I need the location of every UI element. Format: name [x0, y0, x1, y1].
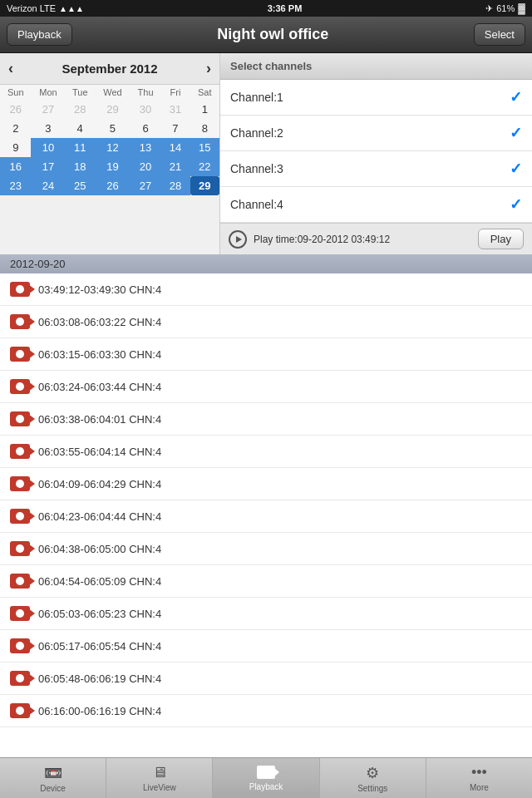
- calendar-day[interactable]: 26: [95, 176, 131, 195]
- dvr-icon: 📼: [44, 764, 62, 782]
- calendar-day[interactable]: 2: [0, 119, 31, 138]
- calendar-day[interactable]: 27: [31, 100, 65, 119]
- calendar-day[interactable]: 10: [31, 138, 65, 157]
- calendar-day[interactable]: 8: [190, 119, 219, 138]
- channels-panel: Select channels Channel:1 ✓Channel:2 ✓Ch…: [220, 53, 532, 254]
- channel-item-4[interactable]: Channel:4 ✓: [220, 187, 532, 223]
- select-button[interactable]: Select: [474, 23, 525, 46]
- recording-icon: [10, 671, 30, 686]
- tab-more[interactable]: ••• More: [426, 758, 532, 798]
- calendar-day[interactable]: 6: [131, 119, 160, 138]
- calendar-day[interactable]: 13: [131, 138, 160, 157]
- calendar-day[interactable]: 17: [31, 157, 65, 176]
- recording-icon: [10, 509, 30, 524]
- calendar-week-2: 9101112131415: [0, 138, 219, 157]
- recording-time: 06:16:00-06:16:19 CHN:4: [38, 705, 161, 717]
- calendar-day[interactable]: 26: [0, 100, 31, 119]
- tab-settings-label: Settings: [357, 784, 387, 793]
- calendar-week-1: 2345678: [0, 119, 219, 138]
- channel-label: Channel:4: [230, 198, 283, 211]
- calendar-day[interactable]: 30: [131, 100, 160, 119]
- tab-playback-label: Playback: [249, 782, 283, 791]
- battery-info: ✈ 61% ▓: [485, 2, 525, 14]
- calendar-day[interactable]: 15: [190, 138, 219, 157]
- calendar-day[interactable]: 7: [160, 119, 190, 138]
- calendar-day[interactable]: 27: [131, 176, 160, 195]
- recording-item[interactable]: 06:04:38-06:05:00 CHN:4: [0, 533, 532, 565]
- recording-icon-circle: [16, 544, 24, 553]
- next-month-button[interactable]: ›: [206, 60, 211, 77]
- calendar-panel: ‹ September 2012 › Sun Mon Tue Wed Thu F…: [0, 53, 220, 254]
- recording-item[interactable]: 06:04:23-06:04:44 CHN:4: [0, 500, 532, 533]
- recording-item[interactable]: 06:05:03-06:05:23 CHN:4: [0, 598, 532, 630]
- bluetooth-icon: ✈: [485, 3, 493, 14]
- calendar-day[interactable]: 9: [0, 138, 31, 157]
- calendar-day[interactable]: 14: [160, 138, 190, 157]
- recording-time: 06:03:55-06:04:14 CHN:4: [38, 446, 161, 458]
- recording-item[interactable]: 06:04:54-06:05:09 CHN:4: [0, 565, 532, 598]
- tab-bar: 📼 Device 🖥 LiveView Playback ⚙ Settings …: [0, 757, 532, 798]
- calendar-day[interactable]: 22: [190, 157, 219, 176]
- channel-item-1[interactable]: Channel:1 ✓: [220, 80, 532, 116]
- calendar-day[interactable]: 29: [95, 100, 131, 119]
- calendar-day[interactable]: 29: [190, 176, 219, 195]
- calendar-day[interactable]: 1: [190, 100, 219, 119]
- calendar-day[interactable]: 3: [31, 119, 65, 138]
- day-sat: Sat: [190, 85, 219, 100]
- recordings-list: 03:49:12-03:49:30 CHN:4 06:03:08-06:03:2…: [0, 273, 532, 727]
- recording-icon: [10, 411, 30, 426]
- recording-item[interactable]: 06:03:55-06:04:14 CHN:4: [0, 436, 532, 468]
- calendar-day[interactable]: 31: [160, 100, 190, 119]
- day-thu: Thu: [131, 85, 160, 100]
- tab-playback[interactable]: Playback: [213, 758, 319, 798]
- tab-liveview-label: LiveView: [143, 783, 176, 792]
- calendar-weekdays: Sun Mon Tue Wed Thu Fri Sat: [0, 85, 219, 100]
- prev-month-button[interactable]: ‹: [8, 60, 13, 77]
- calendar-header: ‹ September 2012 ›: [0, 53, 219, 85]
- more-icon: •••: [471, 764, 487, 781]
- calendar-day[interactable]: 25: [65, 176, 95, 195]
- channel-item-2[interactable]: Channel:2 ✓: [220, 116, 532, 151]
- tab-liveview[interactable]: 🖥 LiveView: [106, 758, 213, 798]
- recording-item[interactable]: 06:16:00-06:16:19 CHN:4: [0, 695, 532, 727]
- recording-item[interactable]: 06:03:24-06:03:44 CHN:4: [0, 371, 532, 403]
- recording-icon-circle: [16, 674, 24, 682]
- date-header: 2012-09-20: [0, 254, 532, 273]
- play-time-text: Play time:09-20-2012 03:49:12: [254, 234, 471, 245]
- recording-item[interactable]: 06:05:48-06:06:19 CHN:4: [0, 663, 532, 695]
- calendar-grid: Sun Mon Tue Wed Thu Fri Sat 262728293031…: [0, 85, 219, 195]
- calendar-day[interactable]: 12: [95, 138, 131, 157]
- tab-settings[interactable]: ⚙ Settings: [320, 758, 426, 798]
- calendar-day[interactable]: 5: [95, 119, 131, 138]
- carrier-label: Verizon LTE: [7, 3, 56, 13]
- calendar-day[interactable]: 28: [65, 100, 95, 119]
- tab-device[interactable]: 📼 Device: [0, 758, 106, 798]
- calendar-day[interactable]: 16: [0, 157, 31, 176]
- calendar-day[interactable]: 11: [65, 138, 95, 157]
- recording-item[interactable]: 03:49:12-03:49:30 CHN:4: [0, 273, 532, 306]
- recording-time: 06:04:38-06:05:00 CHN:4: [38, 543, 161, 555]
- channel-checkmark: ✓: [510, 160, 522, 178]
- recording-time: 06:03:24-06:03:44 CHN:4: [38, 381, 161, 393]
- back-button[interactable]: Playback: [7, 23, 72, 46]
- calendar-day[interactable]: 18: [65, 157, 95, 176]
- recording-item[interactable]: 06:03:38-06:04:01 CHN:4: [0, 403, 532, 436]
- recording-item[interactable]: 06:03:08-06:03:22 CHN:4: [0, 306, 532, 338]
- recording-item[interactable]: 06:05:17-06:05:54 CHN:4: [0, 630, 532, 663]
- play-button[interactable]: Play: [478, 229, 524, 249]
- calendar-day[interactable]: 20: [131, 157, 160, 176]
- calendar-day[interactable]: 24: [31, 176, 65, 195]
- main-content: ‹ September 2012 › Sun Mon Tue Wed Thu F…: [0, 53, 532, 757]
- calendar-day[interactable]: 4: [65, 119, 95, 138]
- recording-item[interactable]: 06:03:15-06:03:30 CHN:4: [0, 338, 532, 371]
- recording-item[interactable]: 06:04:09-06:04:29 CHN:4: [0, 468, 532, 500]
- calendar-day[interactable]: 19: [95, 157, 131, 176]
- channel-item-3[interactable]: Channel:3 ✓: [220, 151, 532, 187]
- tab-device-label: Device: [40, 784, 66, 793]
- calendar-day[interactable]: 21: [160, 157, 190, 176]
- calendar-day[interactable]: 28: [160, 176, 190, 195]
- recording-icon-circle: [16, 609, 24, 618]
- recording-icon-circle: [16, 642, 24, 650]
- calendar-day[interactable]: 23: [0, 176, 31, 195]
- day-fri: Fri: [160, 85, 190, 100]
